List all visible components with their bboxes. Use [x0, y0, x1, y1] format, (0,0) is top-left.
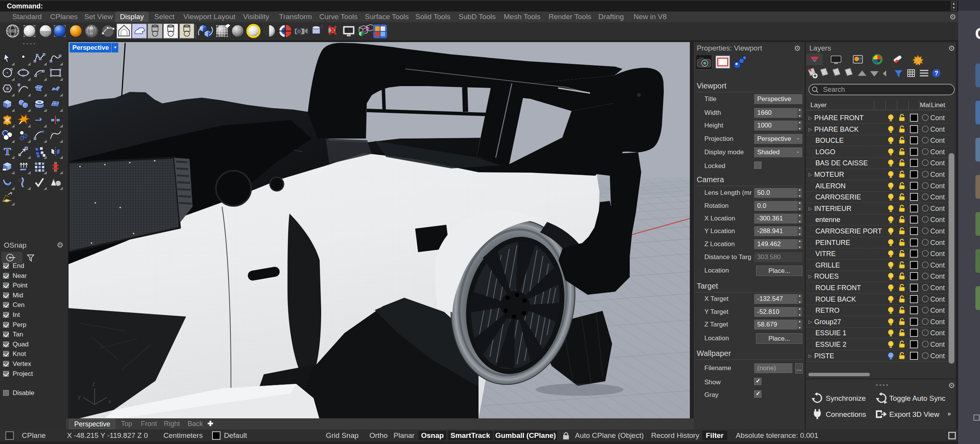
svg-text:y: y — [78, 393, 81, 400]
svg-text:z: z — [92, 380, 95, 387]
svg-text:T: T — [4, 145, 11, 157]
svg-text:x: x — [108, 398, 111, 405]
svg-text:?: ? — [859, 56, 862, 62]
svg-text:?: ? — [934, 70, 938, 77]
